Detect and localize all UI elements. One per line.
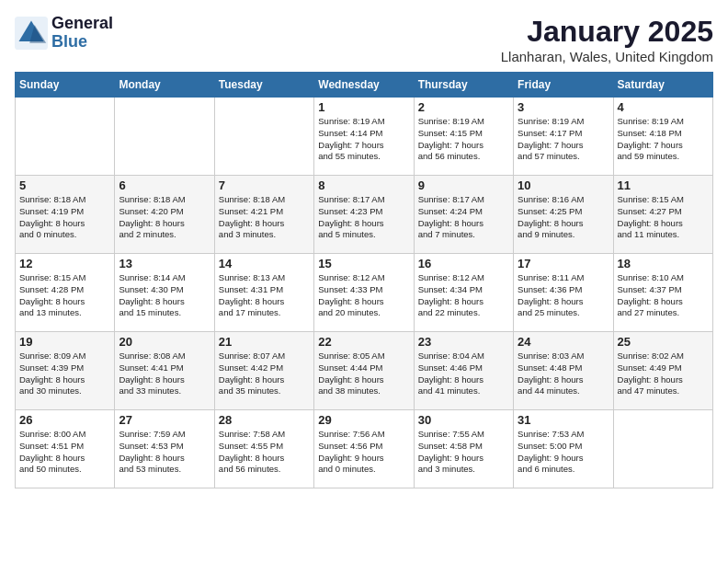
day-number: 16 — [418, 257, 509, 270]
calendar-week-2: 12Sunrise: 8:15 AM Sunset: 4:28 PM Dayli… — [16, 254, 713, 332]
logo-line1: General — [51, 15, 113, 33]
calendar-cell: 14Sunrise: 8:13 AM Sunset: 4:31 PM Dayli… — [214, 254, 313, 332]
day-number: 27 — [119, 413, 210, 427]
day-info: Sunrise: 8:17 AM Sunset: 4:24 PM Dayligh… — [418, 194, 509, 241]
header-cell-monday: Monday — [115, 73, 214, 98]
calendar-cell: 12Sunrise: 8:15 AM Sunset: 4:28 PM Dayli… — [16, 254, 115, 332]
day-number: 31 — [518, 413, 609, 427]
calendar-cell: 26Sunrise: 8:00 AM Sunset: 4:51 PM Dayli… — [16, 410, 115, 488]
header-cell-sunday: Sunday — [16, 73, 115, 98]
header-cell-thursday: Thursday — [414, 73, 513, 98]
day-number: 1 — [318, 100, 409, 114]
day-info: Sunrise: 8:09 AM Sunset: 4:39 PM Dayligh… — [19, 350, 110, 397]
calendar-cell: 20Sunrise: 8:08 AM Sunset: 4:41 PM Dayli… — [115, 332, 214, 410]
calendar-cell: 1Sunrise: 8:19 AM Sunset: 4:14 PM Daylig… — [314, 98, 414, 176]
day-info: Sunrise: 8:19 AM Sunset: 4:18 PM Dayligh… — [618, 116, 709, 163]
calendar-cell: 7Sunrise: 8:18 AM Sunset: 4:21 PM Daylig… — [214, 176, 313, 254]
day-info: Sunrise: 8:08 AM Sunset: 4:41 PM Dayligh… — [119, 350, 210, 397]
calendar-cell: 28Sunrise: 7:58 AM Sunset: 4:55 PM Dayli… — [214, 410, 313, 488]
calendar-cell: 13Sunrise: 8:14 AM Sunset: 4:30 PM Dayli… — [115, 254, 214, 332]
day-number: 29 — [318, 413, 409, 427]
day-number: 13 — [119, 257, 210, 270]
day-number: 3 — [518, 100, 609, 114]
day-number: 17 — [518, 257, 609, 270]
day-number: 18 — [618, 257, 709, 270]
day-info: Sunrise: 8:02 AM Sunset: 4:49 PM Dayligh… — [618, 350, 709, 397]
day-number: 6 — [119, 178, 210, 192]
calendar-cell: 16Sunrise: 8:12 AM Sunset: 4:34 PM Dayli… — [414, 254, 513, 332]
day-info: Sunrise: 7:58 AM Sunset: 4:55 PM Dayligh… — [219, 429, 310, 476]
calendar-cell: 19Sunrise: 8:09 AM Sunset: 4:39 PM Dayli… — [16, 332, 115, 410]
calendar-cell: 30Sunrise: 7:55 AM Sunset: 4:58 PM Dayli… — [414, 410, 513, 488]
day-info: Sunrise: 8:03 AM Sunset: 4:48 PM Dayligh… — [518, 350, 609, 397]
calendar-cell: 6Sunrise: 8:18 AM Sunset: 4:20 PM Daylig… — [115, 176, 214, 254]
day-info: Sunrise: 8:19 AM Sunset: 4:15 PM Dayligh… — [418, 116, 509, 163]
calendar-cell — [214, 98, 313, 176]
day-number: 12 — [19, 257, 110, 270]
day-number: 23 — [418, 335, 509, 349]
day-info: Sunrise: 8:18 AM Sunset: 4:21 PM Dayligh… — [219, 194, 310, 241]
day-number: 21 — [219, 335, 310, 349]
calendar-week-4: 26Sunrise: 8:00 AM Sunset: 4:51 PM Dayli… — [16, 410, 713, 488]
logo: General Blue — [15, 15, 113, 52]
header-cell-tuesday: Tuesday — [214, 73, 313, 98]
day-number: 28 — [219, 413, 310, 427]
day-info: Sunrise: 8:17 AM Sunset: 4:23 PM Dayligh… — [318, 194, 409, 241]
day-number: 15 — [318, 257, 409, 270]
calendar-cell: 23Sunrise: 8:04 AM Sunset: 4:46 PM Dayli… — [414, 332, 513, 410]
day-info: Sunrise: 8:16 AM Sunset: 4:25 PM Dayligh… — [518, 194, 609, 241]
calendar-cell — [16, 98, 115, 176]
calendar-cell: 22Sunrise: 8:05 AM Sunset: 4:44 PM Dayli… — [314, 332, 414, 410]
day-number: 8 — [318, 178, 409, 192]
day-number: 22 — [318, 335, 409, 349]
logo-icon — [15, 17, 48, 50]
calendar-table: SundayMondayTuesdayWednesdayThursdayFrid… — [15, 72, 713, 488]
day-number: 24 — [518, 335, 609, 349]
calendar-cell: 3Sunrise: 8:19 AM Sunset: 4:17 PM Daylig… — [514, 98, 613, 176]
day-number: 4 — [618, 100, 709, 114]
day-info: Sunrise: 8:18 AM Sunset: 4:19 PM Dayligh… — [19, 194, 110, 241]
calendar-cell: 21Sunrise: 8:07 AM Sunset: 4:42 PM Dayli… — [214, 332, 313, 410]
day-number: 9 — [418, 178, 509, 192]
calendar-cell: 11Sunrise: 8:15 AM Sunset: 4:27 PM Dayli… — [613, 176, 712, 254]
calendar-cell: 5Sunrise: 8:18 AM Sunset: 4:19 PM Daylig… — [16, 176, 115, 254]
day-number: 5 — [19, 178, 110, 192]
day-info: Sunrise: 8:00 AM Sunset: 4:51 PM Dayligh… — [19, 429, 110, 476]
header-cell-friday: Friday — [514, 73, 613, 98]
day-number: 14 — [219, 257, 310, 270]
day-number: 7 — [219, 178, 310, 192]
day-info: Sunrise: 8:19 AM Sunset: 4:17 PM Dayligh… — [518, 116, 609, 163]
day-info: Sunrise: 8:05 AM Sunset: 4:44 PM Dayligh… — [318, 350, 409, 397]
day-number: 30 — [418, 413, 509, 427]
calendar-cell: 29Sunrise: 7:56 AM Sunset: 4:56 PM Dayli… — [314, 410, 414, 488]
page-header: General Blue January 2025 Llanharan, Wal… — [15, 15, 713, 64]
calendar-cell — [613, 410, 712, 488]
day-info: Sunrise: 8:11 AM Sunset: 4:36 PM Dayligh… — [518, 272, 609, 319]
day-number: 26 — [19, 413, 110, 427]
calendar-cell: 8Sunrise: 8:17 AM Sunset: 4:23 PM Daylig… — [314, 176, 414, 254]
day-info: Sunrise: 8:13 AM Sunset: 4:31 PM Dayligh… — [219, 272, 310, 319]
day-number: 25 — [618, 335, 709, 349]
day-info: Sunrise: 8:15 AM Sunset: 4:28 PM Dayligh… — [19, 272, 110, 319]
calendar-cell: 9Sunrise: 8:17 AM Sunset: 4:24 PM Daylig… — [414, 176, 513, 254]
calendar-cell: 31Sunrise: 7:53 AM Sunset: 5:00 PM Dayli… — [514, 410, 613, 488]
calendar-cell — [115, 98, 214, 176]
day-number: 2 — [418, 100, 509, 114]
header-row: SundayMondayTuesdayWednesdayThursdayFrid… — [16, 73, 713, 98]
day-info: Sunrise: 8:15 AM Sunset: 4:27 PM Dayligh… — [618, 194, 709, 241]
calendar-week-0: 1Sunrise: 8:19 AM Sunset: 4:14 PM Daylig… — [16, 98, 713, 176]
header-cell-saturday: Saturday — [613, 73, 712, 98]
day-number: 19 — [19, 335, 110, 349]
day-info: Sunrise: 8:10 AM Sunset: 4:37 PM Dayligh… — [618, 272, 709, 319]
calendar-cell: 25Sunrise: 8:02 AM Sunset: 4:49 PM Dayli… — [613, 332, 712, 410]
calendar-title: January 2025 — [501, 15, 713, 49]
calendar-cell: 24Sunrise: 8:03 AM Sunset: 4:48 PM Dayli… — [514, 332, 613, 410]
day-number: 11 — [618, 178, 709, 192]
calendar-cell: 27Sunrise: 7:59 AM Sunset: 4:53 PM Dayli… — [115, 410, 214, 488]
day-info: Sunrise: 8:07 AM Sunset: 4:42 PM Dayligh… — [219, 350, 310, 397]
day-info: Sunrise: 8:12 AM Sunset: 4:34 PM Dayligh… — [418, 272, 509, 319]
day-info: Sunrise: 7:59 AM Sunset: 4:53 PM Dayligh… — [119, 429, 210, 476]
calendar-subtitle: Llanharan, Wales, United Kingdom — [501, 49, 713, 64]
day-number: 10 — [518, 178, 609, 192]
day-info: Sunrise: 8:14 AM Sunset: 4:30 PM Dayligh… — [119, 272, 210, 319]
